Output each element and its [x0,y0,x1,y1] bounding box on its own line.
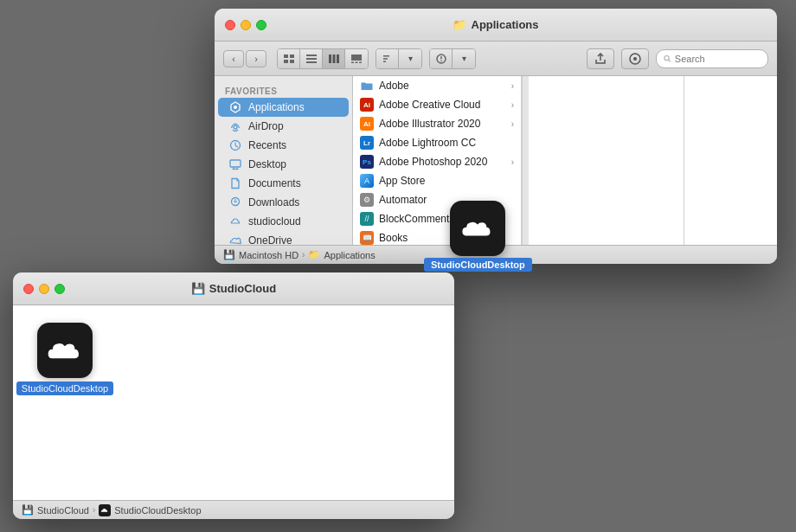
list-view-button[interactable] [300,49,323,68]
path-label: StudioCloudDesktop [114,505,201,516]
path-label: Macintosh HD [239,250,298,260]
action-dropdown: ▾ [429,48,476,69]
finder-titlebar: 📁 Applications [215,9,777,42]
list-item[interactable]: Adobe › [353,76,521,95]
sidebar-item-documents[interactable]: Documents [218,174,349,193]
svg-rect-1 [290,54,294,58]
svg-rect-14 [383,55,389,57]
studio-window: 💾 StudioCloud StudioCloudDesktop 💾 Studi… [13,272,454,519]
close-button[interactable] [23,284,34,294]
sidebar-item-label: Downloads [248,196,299,208]
sidebar-item-downloads[interactable]: Downloads [218,193,349,212]
maximize-button[interactable] [55,284,65,294]
finder-toolbar: ‹ › ▾ ▾ [215,42,777,76]
svg-point-24 [234,106,237,109]
svg-rect-9 [337,54,339,63]
folder-icon: 📁 [453,18,466,31]
documents-icon [228,176,242,190]
icon-view-button[interactable] [278,49,300,68]
gallery-view-button[interactable] [345,49,368,68]
search-input[interactable] [675,54,761,64]
sidebar-item-studiocloud[interactable]: studiocloud [218,212,349,231]
minimize-button[interactable] [39,284,49,294]
sidebar-item-applications[interactable]: Applications [218,98,349,117]
drag-app-icon [450,201,505,256]
app-item-studiocloud[interactable]: StudioCloudDesktop [30,323,100,395]
action-button[interactable] [430,49,453,68]
sidebar-item-label: Applications [248,101,305,113]
desktop-icon [228,157,242,171]
app-icon: Ai [360,117,374,131]
tag-button[interactable] [621,48,649,69]
path-label: Applications [324,250,375,260]
svg-rect-5 [306,58,317,60]
app-icon: Lr [360,136,374,150]
list-item[interactable]: Ai Adobe Creative Cloud › [353,95,521,114]
drag-tooltip: StudioCloudDesktop [424,201,532,272]
forward-button[interactable]: › [246,50,266,67]
onedrive-icon [228,234,242,245]
svg-rect-7 [329,54,331,63]
studio-body: StudioCloudDesktop [13,305,454,500]
sidebar-item-onedrive[interactable]: OneDrive [218,231,349,245]
sidebar-section-label: Favorites [215,83,352,98]
svg-line-23 [669,60,671,61]
finder-title: 📁 Applications [453,18,538,31]
search-bar[interactable] [656,49,768,68]
svg-rect-12 [356,61,358,63]
studiocloud-icon [228,215,242,228]
svg-rect-3 [290,60,294,63]
back-button[interactable]: ‹ [223,50,244,67]
nav-buttons: ‹ › [223,50,266,67]
svg-rect-4 [306,54,317,56]
app-icon: ⚙ [360,193,374,207]
app-icon: Ps [360,155,374,169]
column-2 [529,76,684,245]
studio-titlebar: 💾 StudioCloud [13,272,454,305]
svg-point-21 [633,57,637,61]
downloads-icon [228,195,242,209]
minimize-button[interactable] [241,20,251,30]
svg-rect-15 [383,58,388,60]
sort-dropdown-arrow[interactable]: ▾ [399,49,421,68]
svg-rect-0 [284,54,288,58]
svg-rect-8 [332,54,335,63]
list-item[interactable]: A App Store [353,171,521,190]
svg-rect-2 [284,60,288,63]
sidebar-item-airdrop[interactable]: AirDrop [218,117,349,136]
list-item[interactable]: Ps Adobe Photoshop 2020 › [353,152,521,171]
close-button[interactable] [225,20,235,30]
svg-rect-11 [351,61,354,63]
list-item[interactable]: Ai Adobe Illustrator 2020 › [353,114,521,133]
studio-path-bar: 💾 StudioCloud › StudioCloudDesktop [13,500,454,519]
svg-point-19 [440,60,442,61]
applications-icon [228,100,242,114]
view-dropdown: ▾ [376,48,422,69]
svg-rect-13 [359,61,362,63]
app-icon: // [360,212,374,226]
sidebar-item-label: studiocloud [248,215,301,228]
list-item[interactable]: Lr Adobe Lightroom CC [353,133,521,152]
svg-rect-10 [351,54,362,61]
share-button[interactable] [587,48,614,69]
view-buttons [277,48,369,69]
app-icon: A [360,174,374,188]
action-dropdown-arrow[interactable]: ▾ [453,49,475,68]
svg-rect-6 [306,61,317,63]
studio-title: 💾 StudioCloud [191,282,276,295]
folder-icon [360,79,374,93]
app-icon: Ai [360,98,374,112]
svg-point-25 [234,125,237,129]
recents-icon [228,138,242,152]
sidebar-item-label: AirDrop [248,120,284,132]
maximize-button[interactable] [256,20,266,30]
sidebar-item-desktop[interactable]: Desktop [218,155,349,174]
svg-point-22 [664,55,669,60]
column-view-button[interactable] [323,49,345,68]
sidebar-item-label: Documents [248,177,301,189]
sidebar-item-label: Recents [248,139,286,151]
svg-rect-16 [383,61,386,62]
sidebar-item-recents[interactable]: Recents [218,136,349,155]
sort-button[interactable] [376,49,399,68]
airdrop-icon [228,119,242,133]
